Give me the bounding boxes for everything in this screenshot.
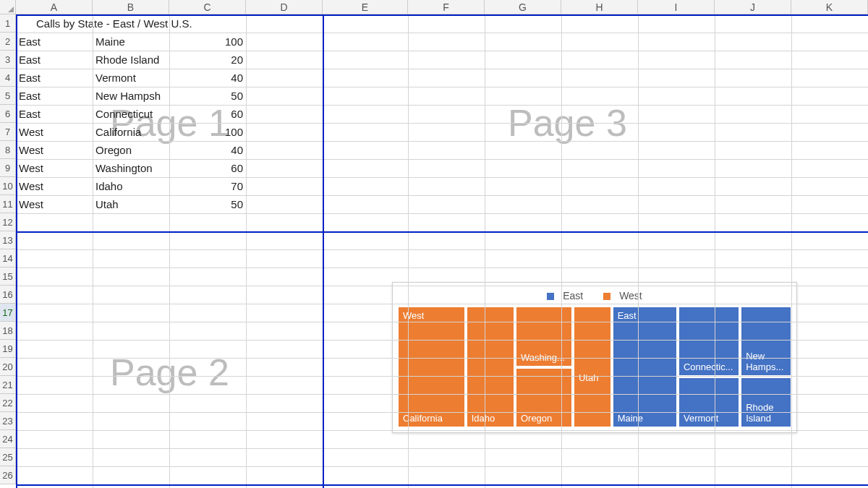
tile-label: Utah — [579, 372, 606, 383]
tile-group-east: East — [618, 310, 637, 321]
row-header-26[interactable]: 26 — [0, 466, 16, 484]
row-header-9[interactable]: 9 — [0, 159, 16, 177]
cell-region[interactable]: West — [16, 195, 93, 213]
cell-region[interactable]: East — [16, 69, 93, 87]
title-cell[interactable]: Calls by State - East / West U.S. — [16, 14, 246, 33]
legend-label-east: East — [563, 290, 583, 301]
select-all-corner[interactable] — [0, 0, 16, 14]
row-header-3[interactable]: 3 — [0, 51, 16, 69]
tile-idaho[interactable]: Idaho — [467, 307, 514, 427]
tile-utah[interactable]: Utah — [574, 307, 610, 427]
cell-calls[interactable]: 50 — [169, 87, 246, 105]
tile-label: Washing... — [521, 352, 567, 363]
tile-label: California — [403, 413, 460, 424]
row-header-17[interactable]: 17 — [0, 304, 16, 322]
row-headers: 1234567891011121314151617181920212223242… — [0, 14, 16, 484]
tile-label: Oregon — [521, 413, 567, 424]
column-header-G[interactable]: G — [485, 0, 561, 14]
cell-state[interactable]: Utah — [93, 195, 169, 213]
tile-label: Idaho — [472, 413, 509, 424]
cell-region[interactable]: East — [16, 87, 93, 105]
tile-maine[interactable]: East Maine — [613, 307, 676, 427]
column-header-A[interactable]: A — [16, 0, 93, 14]
tile-rhode-island[interactable]: Rhode Island — [741, 378, 791, 427]
row-header-4[interactable]: 4 — [0, 69, 16, 87]
row-header-24[interactable]: 24 — [0, 430, 16, 448]
row-header-23[interactable]: 23 — [0, 412, 16, 430]
cell-calls[interactable]: 20 — [169, 51, 246, 69]
tile-group-west: West — [403, 310, 424, 321]
tile-vermont[interactable]: Vermont — [679, 378, 739, 427]
cell-state[interactable]: California — [93, 123, 169, 141]
cell-state[interactable]: Oregon — [93, 141, 169, 159]
tile-label: Maine — [618, 413, 672, 424]
tile-connecticut[interactable]: Connectic... — [679, 307, 739, 375]
cell-region[interactable]: West — [16, 123, 93, 141]
row-header-8[interactable]: 8 — [0, 141, 16, 159]
tile-label: Connectic... — [684, 361, 734, 372]
cell-state[interactable]: Idaho — [93, 177, 169, 195]
cell-region[interactable]: West — [16, 159, 93, 177]
row-header-22[interactable]: 22 — [0, 394, 16, 412]
legend-label-west: West — [619, 290, 642, 301]
cell-grid[interactable]: Calls by State - East / West U.S. Page 1… — [16, 14, 868, 488]
row-header-1[interactable]: 1 — [0, 14, 16, 33]
column-header-I[interactable]: I — [638, 0, 715, 14]
tile-washington[interactable]: Washing... — [516, 307, 571, 366]
column-header-C[interactable]: C — [169, 0, 246, 14]
cell-state[interactable]: Vermont — [93, 69, 169, 87]
cell-calls[interactable]: 50 — [169, 195, 246, 213]
column-header-J[interactable]: J — [715, 0, 791, 14]
cell-state[interactable]: New Hampsh — [93, 87, 169, 105]
cell-state[interactable]: Washington — [93, 159, 169, 177]
column-header-F[interactable]: F — [408, 0, 485, 14]
row-header-2[interactable]: 2 — [0, 33, 16, 51]
row-header-25[interactable]: 25 — [0, 448, 16, 466]
spreadsheet-sheet: ABCDEFGHIJK 1234567891011121314151617181… — [0, 0, 868, 488]
row-header-11[interactable]: 11 — [0, 195, 16, 213]
cell-calls[interactable]: 70 — [169, 177, 246, 195]
cell-region[interactable]: East — [16, 105, 93, 123]
column-headers: ABCDEFGHIJK — [16, 0, 868, 14]
row-header-10[interactable]: 10 — [0, 177, 16, 195]
column-header-H[interactable]: H — [561, 0, 638, 14]
row-header-21[interactable]: 21 — [0, 376, 16, 394]
cell-calls[interactable]: 60 — [169, 159, 246, 177]
row-header-15[interactable]: 15 — [0, 267, 16, 286]
legend-swatch-east — [547, 293, 554, 300]
tile-oregon[interactable]: Oregon — [516, 369, 571, 427]
cell-region[interactable]: East — [16, 33, 93, 51]
cell-calls[interactable]: 100 — [169, 33, 246, 51]
row-header-16[interactable]: 16 — [0, 286, 16, 304]
tile-label: Rhode Island — [746, 402, 786, 424]
row-header-7[interactable]: 7 — [0, 123, 16, 141]
tile-new-hampshire[interactable]: New Hamps... — [741, 307, 791, 375]
column-header-D[interactable]: D — [246, 0, 323, 14]
column-header-B[interactable]: B — [93, 0, 169, 14]
row-header-5[interactable]: 5 — [0, 87, 16, 105]
treemap-plot: West California Idaho Washing... Oregon — [399, 307, 791, 427]
chart-legend: East West — [399, 290, 791, 301]
row-header-14[interactable]: 14 — [0, 249, 16, 267]
row-header-13[interactable]: 13 — [0, 231, 16, 249]
column-header-E[interactable]: E — [323, 0, 408, 14]
tile-label: New Hamps... — [746, 351, 786, 372]
row-header-6[interactable]: 6 — [0, 105, 16, 123]
cell-calls[interactable]: 100 — [169, 123, 246, 141]
cell-state[interactable]: Rhode Island — [93, 51, 169, 69]
row-header-20[interactable]: 20 — [0, 358, 16, 376]
cell-region[interactable]: West — [16, 177, 93, 195]
cell-state[interactable]: Connecticut — [93, 105, 169, 123]
tile-label: Vermont — [684, 413, 734, 424]
legend-swatch-west — [603, 293, 610, 300]
cell-calls[interactable]: 60 — [169, 105, 246, 123]
cell-region[interactable]: East — [16, 51, 93, 69]
cell-calls[interactable]: 40 — [169, 141, 246, 159]
cell-calls[interactable]: 40 — [169, 69, 246, 87]
column-header-K[interactable]: K — [791, 0, 868, 14]
row-header-18[interactable]: 18 — [0, 322, 16, 340]
row-header-19[interactable]: 19 — [0, 340, 16, 358]
cell-region[interactable]: West — [16, 141, 93, 159]
row-header-12[interactable]: 12 — [0, 213, 16, 231]
cell-state[interactable]: Maine — [93, 33, 169, 51]
